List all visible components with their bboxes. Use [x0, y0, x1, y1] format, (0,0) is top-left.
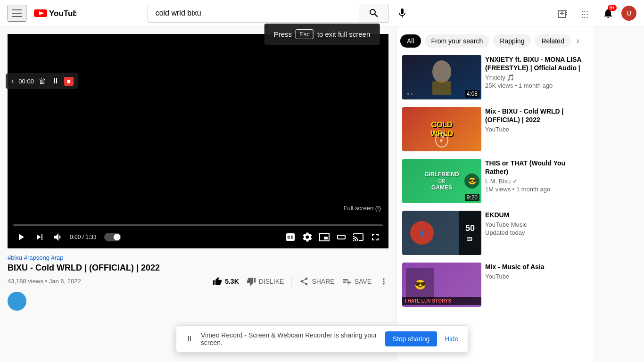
sidebar-meta-3: 1M views • 1 month ago — [485, 186, 588, 193]
create-button[interactable] — [553, 4, 572, 23]
fullscreen-label: Full screen (f) — [344, 205, 381, 212]
share-button[interactable]: SHARE — [299, 277, 334, 286]
time-display: 0:00 / 1:33 — [70, 234, 97, 240]
tooltip-press: Press — [274, 30, 292, 38]
apps-button[interactable] — [576, 4, 595, 23]
miniplayer-button[interactable] — [317, 230, 332, 245]
voice-search-button[interactable] — [393, 4, 412, 23]
view-count: 43,188 views • Jan 6, 2022 — [8, 278, 81, 285]
list-item[interactable]: X X 4:08 YNXIETY ft. BIXU - MONA LISA (F… — [400, 53, 590, 101]
cast-button[interactable] — [351, 230, 366, 245]
share-text: Vimeo Record - Screen & Webcam Recorder … — [201, 331, 378, 346]
sidebar-info-2: Mix - BIXU - Cold WRLD | (OFFICIAL) | 20… — [485, 107, 588, 151]
like-button[interactable]: 5.3K — [213, 277, 239, 286]
channel-row — [8, 292, 388, 311]
svg-text:YouTube: YouTube — [49, 9, 76, 18]
sidebar-thumbnail-4: 👤 50 — [402, 211, 481, 255]
filter-next-button[interactable]: › — [575, 34, 581, 48]
cc-button[interactable] — [283, 230, 298, 245]
delete-float-button[interactable]: 🗑 — [38, 76, 47, 86]
sidebar-channel-3: I. M. Bixu ✓ — [485, 178, 588, 185]
screen-share-banner: ⏸ Vimeo Record - Screen & Webcam Recorde… — [176, 325, 468, 353]
sidebar-thumbnail-5: 😎 I HATE LUV STORYS — [402, 263, 481, 307]
autoplay-toggle[interactable] — [104, 233, 121, 241]
channel-avatar[interactable] — [8, 292, 26, 311]
sidebar-meta-4: Updated today — [485, 229, 588, 236]
play-button[interactable] — [13, 230, 28, 245]
apps-icon — [580, 8, 591, 19]
video-actions: 5.3K DISLIKE SHARE SAVE — [213, 277, 388, 286]
share-label: SHARE — [312, 278, 334, 285]
sidebar-meta-1: 25K views • 1 month ago — [485, 82, 588, 89]
duration-badge-1: 4:08 — [465, 90, 479, 98]
video-controls: 0:00 / 1:33 — [8, 221, 388, 248]
sidebar-title-5: Mix - Music of Asia — [485, 263, 588, 271]
floating-controls: ‹ 00:00 🗑 ⏸ ■ — [6, 73, 78, 89]
dislike-label: DISLIKE — [259, 278, 284, 285]
search-button[interactable] — [359, 4, 389, 23]
hide-button[interactable]: Hide — [445, 335, 458, 343]
filter-tabs: All From your search Rapping Related › — [400, 30, 590, 53]
fullscreen-tooltip: Press Esc to exit full screen — [264, 26, 380, 45]
tooltip-suffix: to exit full screen — [317, 30, 371, 38]
list-item[interactable]: COLDWRLD Mix - BIXU - Cold WRLD | (OFFIC… — [400, 105, 590, 153]
list-item[interactable]: 👤 50 EKDUM YouTube Music Updated today — [400, 209, 590, 257]
sidebar-title-1: YNXIETY ft. BIXU - MONA LISA (FREESTYLE)… — [485, 55, 588, 72]
close-float-button[interactable]: ■ — [64, 77, 74, 86]
notifications-button[interactable]: 9+ — [599, 4, 618, 23]
filter-tab-related[interactable]: Related — [535, 34, 570, 48]
sidebar-title-4: EKDUM — [485, 211, 588, 219]
filter-tab-rapping[interactable]: Rapping — [493, 34, 531, 48]
svg-rect-7 — [432, 81, 451, 95]
sidebar: All From your search Rapping Related › — [396, 26, 594, 362]
filter-tab-from-search[interactable]: From your search — [425, 34, 490, 48]
sidebar-thumbnail-1: X X 4:08 — [402, 55, 481, 99]
svg-point-6 — [432, 60, 451, 83]
video-player-wrapper[interactable]: Full screen (f) 0:00 / 1:33 — [8, 34, 388, 248]
settings-button[interactable] — [300, 230, 315, 245]
youtube-logo-icon: YouTube IN — [34, 8, 76, 18]
share-icon: ⏸ — [186, 335, 193, 343]
logo[interactable]: YouTube IN — [34, 8, 76, 18]
video-player[interactable] — [8, 34, 388, 248]
pause-float-button[interactable]: ⏸ — [51, 76, 60, 86]
volume-button[interactable] — [51, 230, 66, 245]
sidebar-channel-5: YouTube — [485, 273, 588, 280]
save-button[interactable]: SAVE — [342, 277, 372, 286]
video-tags: #bixu #rapsong #rap — [8, 254, 388, 261]
save-label: SAVE — [355, 278, 372, 285]
list-item[interactable]: GIRLFRIENDORGAMES 😎 9:20 THIS or THAT (W… — [400, 157, 590, 205]
video-meta: 43,188 views • Jan 6, 2022 5.3K DISLIKE … — [8, 277, 388, 286]
search-icon — [368, 8, 380, 19]
more-button[interactable] — [379, 277, 388, 286]
duration-badge-3: 9:20 — [465, 194, 479, 201]
search-input[interactable] — [148, 4, 359, 23]
main-content: Press Esc to exit full screen ‹ 00:00 🗑 … — [0, 26, 644, 362]
sidebar-thumbnail-3: GIRLFRIENDORGAMES 😎 9:20 — [402, 159, 481, 203]
theater-button[interactable] — [334, 230, 349, 245]
playlist-overlay: 50 — [459, 211, 481, 255]
filter-tab-all[interactable]: All — [400, 34, 421, 48]
next-button[interactable] — [32, 230, 47, 245]
video-section: Press Esc to exit full screen ‹ 00:00 🗑 … — [0, 26, 396, 362]
esc-key-badge: Esc — [296, 29, 314, 39]
notification-count: 9+ — [608, 5, 617, 11]
avatar[interactable]: U — [621, 6, 636, 21]
sidebar-info-3: THIS or THAT (Would You Rather) I. M. Bi… — [485, 159, 588, 203]
fullscreen-button[interactable] — [368, 230, 383, 245]
hamburger-menu[interactable] — [8, 5, 26, 22]
video-title: BIXU - Cold WRLD | (OFFICIAL) | 2022 — [8, 263, 388, 273]
create-icon — [557, 8, 569, 19]
svg-text:X   X: X X — [407, 92, 413, 96]
list-item[interactable]: 😎 I HATE LUV STORYS Mix - Music of Asia … — [400, 261, 590, 309]
sidebar-info-4: EKDUM YouTube Music Updated today — [485, 211, 588, 255]
svg-text:IN: IN — [74, 10, 76, 13]
search-bar — [148, 4, 412, 23]
sidebar-title-3: THIS or THAT (Would You Rather) — [485, 159, 588, 176]
sidebar-channel-2: YouTube — [485, 126, 588, 133]
progress-bar[interactable] — [13, 224, 383, 226]
prev-float-button[interactable]: ‹ — [10, 76, 15, 86]
dislike-button[interactable]: DISLIKE — [247, 277, 284, 286]
stop-sharing-button[interactable]: Stop sharing — [385, 331, 438, 346]
sidebar-title-2: Mix - BIXU - Cold WRLD | (OFFICIAL) | 20… — [485, 107, 588, 124]
